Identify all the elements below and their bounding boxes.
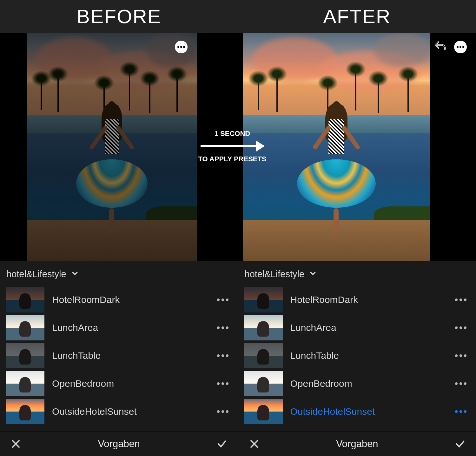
check-icon xyxy=(455,439,466,449)
bottom-toolbar: Vorgaben xyxy=(0,431,238,456)
bottom-toolbar: Vorgaben xyxy=(238,431,476,456)
before-image-col xyxy=(0,33,197,261)
preset-panel-right: hotel&Lifestyle HotelRoomDark LunchArea … xyxy=(238,261,476,456)
preset-label: OutsideHotelSunset xyxy=(52,406,206,417)
preset-thumbnail xyxy=(244,343,283,368)
preset-group-dropdown[interactable]: hotel&Lifestyle xyxy=(238,261,476,286)
preset-thumbnail xyxy=(6,315,44,340)
preset-more-button[interactable] xyxy=(214,295,232,304)
after-photo[interactable] xyxy=(243,33,430,261)
preset-more-button[interactable] xyxy=(214,407,232,416)
preset-item[interactable]: HotelRoomDark xyxy=(0,286,238,314)
preset-item[interactable]: LunchTable xyxy=(0,342,238,370)
more-icon xyxy=(175,41,188,53)
preset-list: HotelRoomDark LunchArea LunchTable OpenB… xyxy=(0,286,238,431)
comparison-header: BEFORE AFTER xyxy=(0,0,476,33)
preset-more-button[interactable] xyxy=(452,295,470,304)
preset-more-button[interactable] xyxy=(214,379,232,388)
preset-list: HotelRoomDark LunchArea LunchTable OpenB… xyxy=(238,286,476,431)
close-icon xyxy=(10,439,21,449)
preset-item[interactable]: OpenBedroom xyxy=(0,370,238,398)
preset-label: LunchTable xyxy=(52,350,206,361)
more-options-button[interactable] xyxy=(453,40,468,54)
preset-thumbnail xyxy=(6,343,44,368)
preset-more-button[interactable] xyxy=(452,407,470,416)
preset-panel-left: hotel&Lifestyle HotelRoomDark LunchArea … xyxy=(0,261,238,456)
preset-thumbnail xyxy=(244,287,283,312)
chevron-down-icon xyxy=(309,269,317,279)
preset-more-button[interactable] xyxy=(452,379,470,388)
preset-group-name: hotel&Lifestyle xyxy=(6,269,66,279)
preset-item[interactable]: HotelRoomDark xyxy=(238,286,476,314)
preset-thumbnail xyxy=(6,371,44,396)
preset-item[interactable]: LunchTable xyxy=(238,342,476,370)
preset-item[interactable]: LunchArea xyxy=(238,314,476,342)
preset-group-dropdown[interactable]: hotel&Lifestyle xyxy=(0,261,238,286)
preset-label: HotelRoomDark xyxy=(52,294,206,305)
preset-label: OpenBedroom xyxy=(52,378,206,389)
preset-label: LunchTable xyxy=(290,350,445,361)
preset-item[interactable]: OutsideHotelSunset xyxy=(238,398,476,426)
arrow-right-icon xyxy=(201,145,264,147)
toolbar-title: Vorgaben xyxy=(98,438,140,450)
confirm-button[interactable] xyxy=(454,438,466,450)
preset-group-name: hotel&Lifestyle xyxy=(245,269,305,279)
preset-label: LunchArea xyxy=(290,322,445,333)
check-icon xyxy=(216,439,227,449)
before-photo[interactable] xyxy=(27,33,197,261)
preset-thumbnail xyxy=(244,371,283,396)
preset-more-button[interactable] xyxy=(214,351,232,360)
annotation-callout: 1 SECOND TO APPLY PRESETS xyxy=(197,130,267,163)
annotation-line1: 1 SECOND xyxy=(197,130,267,138)
preset-thumbnail xyxy=(244,399,283,424)
preset-more-button[interactable] xyxy=(452,323,470,332)
preset-label: LunchArea xyxy=(52,322,206,333)
close-icon xyxy=(249,439,260,449)
preset-more-button[interactable] xyxy=(452,351,470,360)
before-label: BEFORE xyxy=(0,5,238,28)
cancel-button[interactable] xyxy=(248,438,261,450)
annotation-line2: TO APPLY PRESETS xyxy=(197,155,267,163)
preset-item[interactable]: LunchArea xyxy=(0,314,238,342)
confirm-button[interactable] xyxy=(215,438,228,450)
preset-more-button[interactable] xyxy=(214,323,232,332)
comparison-images: 1 SECOND TO APPLY PRESETS xyxy=(0,33,476,261)
preset-item[interactable]: OutsideHotelSunset xyxy=(0,398,238,426)
cancel-button[interactable] xyxy=(10,438,22,450)
toolbar-title: Vorgaben xyxy=(336,438,378,450)
preset-label: OpenBedroom xyxy=(290,378,445,389)
more-options-button[interactable] xyxy=(174,40,188,54)
preset-thumbnail xyxy=(6,287,44,312)
preset-panels: hotel&Lifestyle HotelRoomDark LunchArea … xyxy=(0,261,476,456)
more-icon xyxy=(454,41,467,53)
after-label: AFTER xyxy=(238,5,476,28)
preset-label: HotelRoomDark xyxy=(290,294,445,305)
preset-item[interactable]: OpenBedroom xyxy=(238,370,476,398)
preset-label: OutsideHotelSunset xyxy=(290,406,445,417)
undo-button[interactable] xyxy=(433,40,447,54)
preset-thumbnail xyxy=(6,399,44,424)
chevron-down-icon xyxy=(71,269,79,279)
preset-thumbnail xyxy=(244,315,283,340)
undo-icon xyxy=(434,41,446,53)
